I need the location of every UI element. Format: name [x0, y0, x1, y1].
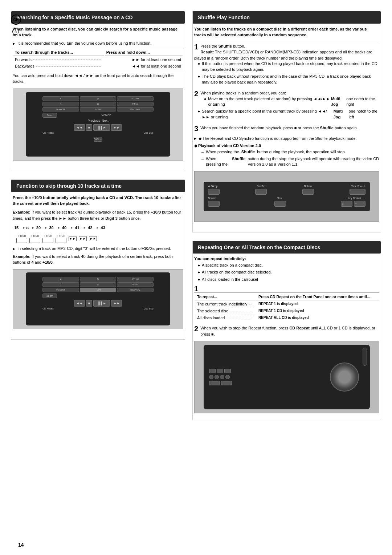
sh-btn-2[interactable]	[255, 189, 267, 195]
btn2-zoom: Zoom	[42, 293, 57, 298]
btn-zoom: Zoom	[42, 113, 57, 118]
repeat-step-2-text: When you wish to stop the Repeat functio…	[194, 325, 379, 337]
table-row: The current track indefinitely REPEAT 1 …	[195, 301, 379, 307]
repeat-col-right: Press CD Repeat on the Front Panel one o…	[256, 293, 379, 300]
shuffle-note-2: The CD plays back without repetitions an…	[194, 74, 379, 85]
plus10-row: +10/0 +10/0 +10/0 +10/0	[13, 234, 183, 243]
search-col-right: Press and hold down...	[105, 49, 183, 56]
action-forwards: ►► for at least one second	[105, 57, 183, 62]
plus10-label-1: +10/0	[16, 234, 27, 238]
sh-btn-1[interactable]	[208, 189, 220, 195]
circle-badge: ◎	[12, 28, 19, 35]
pl-row-2	[209, 375, 242, 379]
btn2-mono: Mono/ST	[42, 288, 79, 292]
btn-vol: VOL.+	[94, 137, 102, 142]
btn2-pauseplay[interactable]: ▐▐ ►	[93, 300, 110, 307]
plus10-group-4: +10/0	[56, 234, 66, 243]
btn-rew[interactable]: ◄◄	[74, 124, 85, 131]
table-row: Forwards ►► for at least one second	[13, 57, 183, 62]
shuffle-header: Shuffle Play Function	[193, 11, 381, 24]
btn2-fwd[interactable]: ►►	[111, 300, 122, 307]
sh-btn-sound[interactable]	[208, 201, 220, 207]
repeat-action-1: The current track indefinitely	[195, 301, 256, 307]
repeat-section: Repeating One or All Tracks on the Compa…	[192, 241, 381, 420]
sh-btn-kc1[interactable]: b	[341, 201, 352, 207]
remote-image-2: 4 5 6 Timer 7 8 9 Sub Mono/ST +10/0 Disc…	[13, 269, 183, 329]
skip-btn-1: ►►	[69, 236, 77, 241]
searching-header: Searching for a Specific Music Passage o…	[11, 11, 185, 24]
transport-row: ◄◄ ■ ▐▐ ► ►►	[36, 124, 160, 131]
repeat-result-2: REPEAT 1 CD is displayed	[256, 308, 379, 314]
btn-fwd[interactable]: ►►	[111, 124, 122, 131]
pl-btn-sm-1	[209, 375, 213, 379]
plus10-group-3: +10/0	[42, 234, 53, 243]
transport-row-2: ◄◄ ■ ▐▐ ► ►►	[36, 300, 160, 307]
btn-disc-view: Disc View	[117, 107, 153, 112]
repeat-action-3: All discs loaded	[195, 315, 256, 321]
skip-intro: Press the +10/0 button briefly while pla…	[13, 195, 183, 206]
pl-btn-5	[221, 381, 232, 385]
btn2-4: 4	[42, 277, 79, 281]
repeat-body: You can repeat indefinitely: A specific …	[193, 254, 381, 416]
cd-repeat-label: CD Repeat	[42, 131, 54, 134]
sh-btn-4[interactable]	[350, 189, 366, 195]
btn-8: 8	[80, 102, 116, 106]
search-table: To search through the tracks... Press an…	[13, 48, 183, 70]
remote-buttons-grid: 4 5 6 Timer 7 8 9 Sub Mono/ST +10/0 Disc…	[42, 96, 153, 112]
next-label: Next	[102, 119, 109, 122]
sh-btn-kc2[interactable]: #	[354, 201, 366, 207]
step-number-1: 1	[194, 43, 198, 50]
track-flow: 15 ─►10─► 20 ─► 30 ─► 40 ─► 41 ─► 42 ─► …	[13, 226, 183, 230]
disc-skip-label-2: Disc Skip	[144, 307, 154, 310]
vol-row: VOL.+	[94, 136, 102, 142]
step-2: 2 When playing tracks in a random order,…	[194, 90, 379, 121]
search-col-left: To search through the tracks...	[13, 49, 104, 56]
plus10-box-4	[56, 238, 66, 243]
shuffle-step2-note-2: Search quickly for a specific point in t…	[194, 109, 379, 120]
repeat-table: To repeat... Press CD Repeat on the Fron…	[194, 292, 379, 321]
btn-stop[interactable]: ■	[86, 124, 92, 131]
btn2-rew[interactable]: ◄◄	[74, 300, 85, 307]
key-control-btns: b #	[341, 201, 366, 207]
table-row: All discs loaded REPEAT ALL CD is displa…	[195, 315, 379, 321]
player-inner	[204, 345, 369, 409]
shuffle-note-1: If this button is pressed when the CD is…	[194, 61, 379, 72]
shuffle-btns-1	[208, 189, 365, 195]
shuffle-intro: You can listen to the tracks on a compac…	[194, 27, 379, 38]
pl-btn-2	[217, 369, 223, 373]
sh-btn-slow[interactable]	[274, 201, 286, 207]
repeat-header: Repeating One or All Tracks on the Compa…	[193, 241, 381, 254]
shuffle-remote-inner: Al Sleep Shuffle Return Time Search	[204, 182, 369, 211]
repeat-item-2: All tracks on the compact disc selected.	[194, 270, 379, 275]
btn-pause-play[interactable]: ▐▐ ►	[93, 124, 110, 131]
plus10-group-2: +10/0	[29, 234, 40, 243]
repeat-col-left: To repeat...	[195, 293, 256, 300]
repeat-item-3: All discs loaded in the carrousel	[194, 277, 379, 282]
pl-btn-sm-2	[215, 375, 219, 379]
backwards-dotted: Backwards	[15, 64, 103, 68]
skip-header: Function to skip through 10 tracks at a …	[11, 180, 185, 192]
step-1: 1 Press the Shuffle button. Result: The …	[194, 43, 379, 86]
remote-image-1: 4 5 6 Timer 7 8 9 Sub Mono/ST +10/0 Disc…	[13, 88, 183, 161]
searching-section: Searching for a Specific Music Passage o…	[11, 11, 185, 171]
player-volume	[363, 348, 367, 366]
skip-example1: Example: If you want to select track 43 …	[13, 209, 183, 221]
step-2-text: When playing tracks in a random order, y…	[194, 90, 379, 96]
btn-6: 6 Timer	[117, 96, 153, 101]
pl-btn-3	[224, 369, 231, 373]
playback-note-2: When pressing the Shuffle button during …	[201, 156, 379, 167]
repeat-synchro-note: ◆ The Repeat and CD Synchro function is …	[194, 136, 379, 141]
sh-btn-3[interactable]	[302, 189, 314, 195]
can-repeat-label: You can repeat indefinitely:	[194, 256, 379, 261]
btn2-stop[interactable]: ■	[86, 300, 92, 307]
repeat-result-1: REPEAT 1 is displayed	[256, 301, 379, 307]
sound-label: Sound	[208, 197, 215, 199]
main-content: Searching for a Specific Music Passage o…	[11, 11, 381, 540]
page-number: 14	[18, 542, 24, 548]
plus10-box-1	[16, 238, 27, 243]
pl-btn-4	[209, 381, 220, 385]
shuffle-btns-2: b #	[208, 201, 365, 207]
slow-label: Slow	[277, 197, 282, 199]
vcdcd-label: VCD/CD	[59, 114, 153, 117]
step-number-3: 3	[194, 125, 198, 132]
